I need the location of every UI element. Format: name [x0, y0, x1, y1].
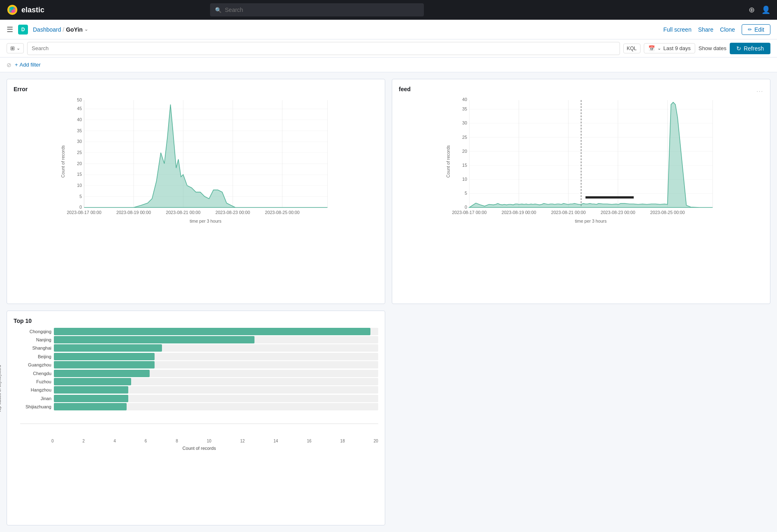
x-axis: 0 2 4 6 8 10 12 14 16 18 20: [20, 424, 378, 436]
kql-badge[interactable]: KQL: [623, 44, 641, 53]
bar-fill: [54, 353, 155, 360]
svg-text:45: 45: [77, 106, 82, 111]
date-range-label: Last 9 days: [664, 45, 691, 51]
refresh-button[interactable]: ↻ Refresh: [730, 43, 770, 54]
bar-track: [54, 378, 378, 385]
edit-button[interactable]: ✏ Edit: [742, 24, 770, 35]
svg-text:35: 35: [462, 106, 467, 111]
feed-panel: feed ··· Count of records 0 5 10 15 20 2…: [392, 79, 770, 304]
edit-icon: ✏: [748, 27, 752, 32]
elastic-logo-icon: [7, 4, 18, 16]
svg-text:Count of records: Count of records: [446, 145, 451, 178]
svg-text:5: 5: [79, 194, 82, 199]
error-chart: Count of records 0 5 10 15 20 25 30 35 4…: [14, 96, 378, 227]
share-button[interactable]: Share: [698, 26, 713, 33]
svg-text:20: 20: [462, 149, 467, 154]
x-tick-2: 2: [83, 439, 85, 443]
svg-text:2023-08-25 00:00: 2023-08-25 00:00: [650, 210, 685, 215]
svg-text:0: 0: [79, 205, 82, 210]
filter-icon: ⊘: [7, 62, 12, 68]
bar-fill: [54, 370, 150, 377]
logo[interactable]: elastic: [7, 4, 44, 16]
top10-x-axis-label: Count of records: [20, 446, 378, 451]
bar-row: Shijiazhuang: [22, 403, 378, 410]
svg-text:35: 35: [77, 128, 82, 133]
breadcrumb-parent[interactable]: Dashboard: [33, 26, 61, 33]
bar-row: Jinan: [22, 395, 378, 402]
chevron-down-icon[interactable]: ⌄: [84, 27, 88, 32]
feed-panel-title: feed: [399, 86, 411, 92]
svg-text:2023-08-23 00:00: 2023-08-23 00:00: [601, 210, 635, 215]
clone-button[interactable]: Clone: [720, 26, 735, 33]
svg-point-3: [9, 7, 12, 12]
filter-bar: ⊞ ⌄ KQL 📅 ⌄ Last 9 days Show dates ↻ Ref…: [0, 39, 777, 58]
add-filter-bar: ⊘ + Add filter: [0, 58, 777, 72]
x-tick-12: 12: [240, 439, 245, 443]
help-icon[interactable]: ⊕: [749, 5, 755, 14]
bar-label: Shanghai: [22, 345, 51, 350]
bar-track: [54, 370, 378, 377]
svg-text:15: 15: [462, 163, 467, 168]
svg-point-4: [13, 7, 16, 12]
global-search-input[interactable]: [225, 7, 419, 13]
add-filter-button[interactable]: + Add filter: [15, 62, 41, 68]
bar-track: [54, 344, 378, 352]
feed-chart: Count of records 0 5 10 15 20 25 30 35 4…: [399, 96, 763, 227]
bar-label: Fuzhou: [22, 379, 51, 384]
svg-text:50: 50: [77, 97, 82, 102]
edit-label: Edit: [754, 26, 764, 33]
svg-text:25: 25: [462, 135, 467, 140]
breadcrumb-current: GoYin ⌄: [66, 26, 88, 33]
search-input[interactable]: [27, 42, 620, 55]
bar-row: Shanghai: [22, 344, 378, 352]
bar-label: Beijing: [22, 354, 51, 359]
svg-text:2023-08-17 00:00: 2023-08-17 00:00: [67, 210, 101, 215]
bar-label: Jinan: [22, 396, 51, 401]
panel-menu-icon[interactable]: ···: [756, 88, 763, 94]
error-panel-title: Error: [14, 86, 378, 92]
bar-track: [54, 353, 378, 360]
svg-text:40: 40: [77, 117, 82, 122]
dashboard-content: Error Count of records 0 5 10 15 20 25: [0, 72, 777, 532]
bar-row: Chongqing: [22, 328, 378, 335]
svg-text:2023-08-19 00:00: 2023-08-19 00:00: [116, 210, 151, 215]
svg-text:2023-08-23 00:00: 2023-08-23 00:00: [215, 210, 250, 215]
top10-y-axis-label: Top values of city.keyword: [0, 365, 2, 413]
svg-text:2023-08-21 00:00: 2023-08-21 00:00: [551, 210, 585, 215]
bar-row: Nanjing: [22, 336, 378, 343]
svg-marker-67: [469, 102, 713, 207]
bar-row: Guangzhou: [22, 361, 378, 368]
svg-text:time per 3 hours: time per 3 hours: [575, 219, 606, 223]
calendar-icon: 📅: [648, 45, 655, 51]
filter-toggle-button[interactable]: ⊞ ⌄: [7, 43, 24, 53]
svg-text:2023-08-25 00:00: 2023-08-25 00:00: [265, 210, 300, 215]
svg-text:2023-08-19 00:00: 2023-08-19 00:00: [502, 210, 536, 215]
date-picker[interactable]: 📅 ⌄ Last 9 days: [644, 43, 696, 53]
svg-text:2023-08-17 00:00: 2023-08-17 00:00: [452, 210, 486, 215]
dashboard-bar: ☰ D Dashboard / GoYin ⌄ Full screen Shar…: [0, 20, 777, 39]
full-screen-button[interactable]: Full screen: [663, 26, 691, 33]
search-icon: 🔍: [215, 7, 222, 13]
refresh-label: Refresh: [744, 45, 764, 52]
filter-toggle-icon: ⊞: [10, 45, 15, 51]
bar-label: Guangzhou: [22, 362, 51, 367]
show-dates-button[interactable]: Show dates: [698, 45, 726, 51]
x-tick-0: 0: [51, 439, 54, 443]
breadcrumb: Dashboard / GoYin ⌄: [33, 26, 88, 33]
bar-fill: [54, 336, 254, 343]
bar-fill: [54, 386, 128, 394]
nav-icons: ⊕ 👤: [749, 5, 770, 14]
bar-track: [54, 328, 378, 335]
x-tick-4: 4: [113, 439, 116, 443]
bar-track: [54, 361, 378, 368]
global-search-bar[interactable]: 🔍: [210, 3, 424, 16]
hamburger-menu[interactable]: ☰: [7, 25, 13, 34]
svg-text:10: 10: [77, 183, 82, 188]
bar-track: [54, 395, 378, 402]
svg-text:10: 10: [462, 177, 467, 182]
bar-fill: [54, 403, 127, 410]
svg-text:20: 20: [77, 161, 82, 166]
user-icon[interactable]: 👤: [761, 5, 770, 14]
x-tick-6: 6: [145, 439, 147, 443]
top-navigation: elastic 🔍 ⊕ 👤: [0, 0, 777, 20]
